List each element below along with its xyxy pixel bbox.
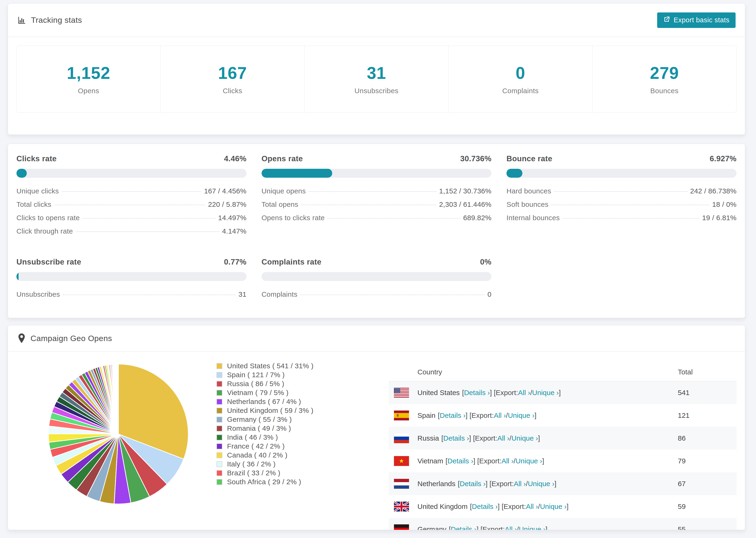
- dotted-leader: [82, 218, 215, 219]
- detail-value: 31: [239, 290, 246, 298]
- bar-chart-icon: [17, 16, 26, 25]
- legend-item[interactable]: Brazil ( 33 / 2% ): [216, 468, 313, 477]
- detail-label: Unique opens: [261, 187, 306, 195]
- legend-item[interactable]: France ( 42 / 2% ): [216, 442, 313, 451]
- rate-progress-fill: [507, 169, 522, 178]
- country-cell: Netherlands [Details ›] [Export: All › /…: [389, 479, 678, 489]
- export-unique-link[interactable]: Unique ›: [519, 525, 545, 530]
- bracket-open: [: [438, 411, 440, 419]
- details-link[interactable]: Details ›: [451, 525, 477, 530]
- legend-item[interactable]: United States ( 541 / 31% ): [216, 361, 313, 370]
- export-all-link[interactable]: All ›: [526, 503, 538, 511]
- legend-item[interactable]: United Kingdom ( 59 / 3% ): [216, 406, 313, 415]
- slash-syntax: /: [538, 503, 540, 511]
- stats-strip: 1,152 Opens 167 Clicks 31 Unsubscribes 0…: [17, 45, 736, 113]
- legend-item[interactable]: Romania ( 49 / 3% ): [216, 424, 313, 433]
- country-name: United States: [417, 389, 460, 397]
- export-unique-link[interactable]: Unique ›: [540, 503, 567, 511]
- export-all-link[interactable]: All ›: [518, 389, 530, 397]
- legend-label: Russia ( 86 / 5% ): [227, 380, 284, 388]
- details-link[interactable]: Details ›: [448, 457, 473, 465]
- export-all-link[interactable]: All ›: [494, 411, 506, 419]
- legend-swatch: [216, 381, 222, 387]
- legend-swatch: [216, 443, 222, 449]
- export-all-link[interactable]: All ›: [502, 457, 514, 465]
- details-link[interactable]: Details ›: [440, 411, 465, 419]
- details-link[interactable]: Details ›: [460, 480, 486, 488]
- legend-label: Italy ( 36 / 2% ): [227, 460, 276, 468]
- country-flag-icon: [394, 456, 409, 466]
- total-cell: 59: [678, 503, 736, 511]
- country-cell: Germany [Details ›] [Export: All › / Uni…: [389, 524, 678, 530]
- dotted-leader: [308, 191, 436, 192]
- geo-country-table: Country Total United States [Details ›] …: [389, 363, 736, 530]
- legend-item[interactable]: Spain ( 121 / 7% ): [216, 370, 313, 379]
- slash-syntax: /: [530, 389, 532, 397]
- detail-label: Complaints: [261, 290, 297, 298]
- export-all-link[interactable]: All ›: [497, 434, 510, 442]
- detail-value: 14.497%: [218, 214, 246, 222]
- export-all-link[interactable]: All ›: [505, 525, 517, 530]
- details-link[interactable]: Details ›: [472, 503, 498, 511]
- legend-item[interactable]: Russia ( 86 / 5% ): [216, 379, 313, 388]
- flag-ru-icon: [394, 433, 409, 443]
- total-cell: 55: [678, 525, 736, 530]
- detail-row: Unsubscribes 31: [17, 290, 246, 304]
- bracket-close: ]: [545, 525, 547, 530]
- bracket-close: ]: [567, 503, 568, 511]
- rate-value: 30.736%: [460, 154, 491, 163]
- geo-body: United States ( 541 / 31% ) Spain ( 121 …: [8, 351, 745, 530]
- table-row: Vietnam [Details ›] [Export: All › / Uni…: [389, 450, 736, 472]
- country-name: Netherlands: [417, 480, 456, 488]
- legend-item[interactable]: Netherlands ( 67 / 4% ): [216, 397, 313, 406]
- dotted-leader: [563, 218, 699, 219]
- rate-value: 0%: [480, 257, 492, 266]
- bracket-close: ]: [535, 411, 536, 419]
- legend-item[interactable]: South Africa ( 29 / 2% ): [216, 477, 313, 486]
- detail-value: 4.147%: [222, 227, 246, 235]
- total-cell: 541: [678, 389, 736, 397]
- country-flag-icon: [394, 502, 409, 511]
- export-unique-link[interactable]: Unique ›: [515, 457, 542, 465]
- geo-opens-pie-chart[interactable]: [45, 361, 191, 507]
- rate-block: Bounce rate 6.927% Hard bounces 242 / 86…: [507, 154, 736, 241]
- details-link[interactable]: Details ›: [443, 434, 469, 442]
- legend-swatch: [216, 417, 222, 422]
- details-link[interactable]: Details ›: [464, 389, 490, 397]
- detail-label: Click through rate: [17, 227, 73, 235]
- bracket-open: [: [458, 480, 460, 488]
- detail-value: 242 / 86.738%: [690, 187, 736, 195]
- dotted-leader: [76, 232, 220, 232]
- legend-item[interactable]: Germany ( 55 / 3% ): [216, 415, 313, 424]
- legend-label: Germany ( 55 / 3% ): [227, 415, 292, 423]
- detail-value: 220 / 5.87%: [208, 200, 246, 208]
- dotted-leader: [300, 295, 485, 295]
- export-unique-link[interactable]: Unique ›: [512, 434, 538, 442]
- detail-label: Total clicks: [17, 200, 51, 208]
- bracket-open: [: [441, 434, 443, 442]
- rate-progress-fill: [17, 169, 27, 178]
- stat-box: 279 Bounces: [593, 46, 736, 112]
- export-all-link[interactable]: All ›: [514, 480, 526, 488]
- flag-es-icon: [394, 410, 409, 420]
- legend-label: Spain ( 121 / 7% ): [227, 371, 285, 379]
- country-cell: Vietnam [Details ›] [Export: All › / Uni…: [389, 456, 678, 466]
- detail-row: Total opens 2,303 / 61.446%: [261, 200, 492, 214]
- export-basic-stats-button[interactable]: Export basic stats: [657, 13, 735, 28]
- detail-row: Complaints 0: [261, 290, 492, 304]
- detail-label: Hard bounces: [507, 187, 551, 195]
- country-flag-icon: [394, 479, 409, 489]
- table-row: Russia [Details ›] [Export: All › / Uniq…: [389, 427, 736, 450]
- export-unique-link[interactable]: Unique ›: [528, 480, 554, 488]
- export-unique-link[interactable]: Unique ›: [508, 411, 534, 419]
- export-unique-link[interactable]: Unique ›: [532, 389, 559, 397]
- legend-item[interactable]: Canada ( 40 / 2% ): [216, 451, 313, 459]
- legend-item[interactable]: India ( 46 / 3% ): [216, 433, 313, 442]
- column-header-total: Total: [678, 368, 736, 376]
- export-syntax: ] [Export:: [473, 457, 502, 465]
- legend-label: Vietnam ( 79 / 5% ): [227, 389, 289, 397]
- legend-item[interactable]: Vietnam ( 79 / 5% ): [216, 388, 313, 397]
- legend-swatch: [216, 426, 222, 431]
- legend-item[interactable]: Italy ( 36 / 2% ): [216, 459, 313, 468]
- rate-block: Opens rate 30.736% Unique opens 1,152 / …: [261, 154, 492, 241]
